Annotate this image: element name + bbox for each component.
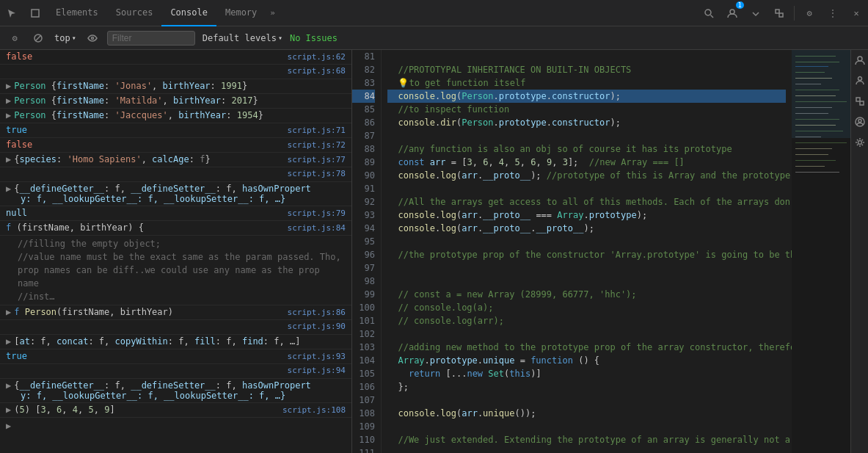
console-link[interactable]: script.js:94	[288, 366, 346, 375]
list-item: false script.js:62	[0, 50, 351, 65]
person-icon[interactable]	[853, 53, 867, 68]
svg-rect-31	[792, 50, 850, 138]
code-line-85: //to inspect function	[387, 103, 786, 116]
top-selector[interactable]: top ▾	[50, 32, 81, 45]
console-link[interactable]: script.js:86	[288, 308, 346, 317]
expand-arrow[interactable]: ▶	[6, 81, 11, 91]
code-content[interactable]: //PROTOTYPAL INHERITANCE ON BUILT-IN OBJ…	[382, 50, 792, 453]
line-num-108: 108	[352, 407, 375, 420]
console-bottom-arrow[interactable]: ▶	[0, 418, 351, 434]
console-settings-icon[interactable]: ⚙	[4, 28, 25, 48]
person-outline-icon[interactable]	[853, 73, 867, 88]
arrow-right-icon: ▶	[6, 421, 11, 431]
list-item: script.js:68	[0, 65, 351, 79]
console-link[interactable]: script.js:68	[288, 66, 346, 76]
expand-arrow[interactable]: ▶	[6, 380, 11, 391]
line-num-107: 107	[352, 394, 375, 407]
list-item: null script.js:79	[0, 206, 351, 221]
console-link[interactable]: script.js:78	[288, 169, 346, 178]
line-num-111: 111	[352, 446, 375, 453]
console-link[interactable]: script.js:108	[282, 405, 346, 415]
svg-rect-28	[795, 160, 836, 161]
levels-selector[interactable]: Default levels ▾	[198, 32, 287, 45]
cursor-icon[interactable]	[1, 3, 22, 23]
console-value: Person {firstName: 'Jaccques', birthYear…	[14, 110, 346, 120]
tab-console[interactable]: Console	[161, 0, 216, 26]
svg-rect-27	[795, 154, 828, 155]
svg-rect-26	[795, 148, 832, 149]
code-line-106: };	[387, 380, 786, 394]
code-line-96: //the prototype prop of the constructor …	[387, 248, 786, 261]
console-value: [at: f, concat: f, copyWithin: f, fill: …	[14, 336, 346, 347]
console-continuation: y: f, __lookupGetter__: f, __lookupSette…	[6, 194, 346, 204]
search-icon[interactable]	[699, 3, 719, 23]
console-link[interactable]: script.js:77	[288, 155, 346, 164]
line-num-101: 101	[352, 314, 375, 327]
settings-icon[interactable]: ⚙	[799, 3, 820, 23]
person-badge-icon[interactable]: 1	[722, 3, 743, 23]
code-line-100: // console.log(a);	[387, 301, 786, 314]
line-num-99: 99	[352, 288, 375, 301]
line-num-95: 95	[352, 235, 375, 248]
console-value: f Person(firstName, birthYear)	[14, 307, 281, 317]
code-line-89: const arr = [3, 6, 4, 5, 6, 9, 3]; //new…	[387, 156, 786, 169]
console-link[interactable]: script.js:90	[288, 322, 346, 331]
more-options-icon[interactable]: ⋮	[823, 3, 843, 23]
code-line-101: // console.log(arr);	[387, 314, 786, 327]
svg-point-38	[858, 141, 861, 145]
gear-icon[interactable]	[853, 135, 867, 150]
close-icon[interactable]: ✕	[846, 3, 867, 23]
layers-icon[interactable]	[769, 3, 789, 23]
console-link[interactable]: script.js:93	[288, 352, 346, 361]
console-link[interactable]: script.js:62	[288, 52, 346, 62]
expand-arrow[interactable]: ▶	[6, 336, 11, 347]
arrow-icon[interactable]	[745, 3, 766, 23]
line-num-86: 86	[352, 116, 375, 129]
list-item: script.js:94	[0, 364, 351, 379]
eye-icon[interactable]	[82, 28, 103, 48]
expand-arrow[interactable]: ▶	[6, 95, 11, 106]
list-item: ▶ [at: f, concat: f, copyWithin: f, fill…	[0, 335, 351, 349]
svg-point-33	[858, 77, 861, 81]
console-link[interactable]: script.js:84	[288, 223, 346, 233]
svg-rect-5	[779, 13, 783, 17]
expand-arrow[interactable]: ▶	[6, 405, 11, 415]
tab-elements[interactable]: Elements	[47, 0, 107, 26]
code-line-90: console.log(arr.__proto__); //prototype …	[387, 169, 786, 182]
code-line-103: //adding new method to the prototype pro…	[387, 341, 786, 354]
expand-arrow[interactable]: ▶	[6, 154, 11, 164]
tab-memory[interactable]: Memory	[216, 0, 266, 26]
block-icon[interactable]	[28, 28, 48, 48]
expand-arrow[interactable]: ▶	[6, 307, 11, 317]
line-num-84: 84	[352, 90, 375, 103]
list-item: script.js:90	[0, 320, 351, 335]
console-panel: false script.js:62 script.js:68 ▶ Person…	[0, 50, 352, 453]
console-link[interactable]: script.js:79	[288, 209, 346, 218]
console-link[interactable]: script.js:71	[288, 126, 346, 135]
person-circle-icon[interactable]	[853, 115, 867, 129]
layers-icon[interactable]	[853, 94, 867, 109]
code-line-91	[387, 182, 786, 195]
expand-arrow[interactable]: ▶	[6, 110, 11, 120]
filter-input[interactable]	[107, 31, 195, 46]
main-content: false script.js:62 script.js:68 ▶ Person…	[0, 50, 868, 453]
console-value: null	[6, 208, 282, 218]
console-scroll-area[interactable]: false script.js:62 script.js:68 ▶ Person…	[0, 50, 351, 453]
svg-rect-30	[795, 172, 839, 173]
box-icon[interactable]	[25, 3, 45, 23]
code-line-111	[387, 446, 786, 453]
console-value: (5) [3, 6, 4, 5, 9]	[14, 405, 277, 415]
svg-point-37	[858, 120, 861, 123]
more-tabs-button[interactable]: »	[266, 8, 280, 18]
console-link[interactable]: script.js:72	[288, 140, 346, 150]
console-value: Person {firstName: 'Jonas', birthYear: 1…	[14, 81, 346, 91]
list-item: ▶ {__defineGetter__: f, __defineSetter__…	[0, 182, 351, 206]
line-num-103: 103	[352, 341, 375, 354]
code-line-99: // const a = new Array (28999, 66777, 'h…	[387, 288, 786, 301]
list-item: ▶ {__defineGetter__: f, __defineSetter__…	[0, 379, 351, 403]
tab-sources[interactable]: Sources	[107, 0, 162, 26]
expand-arrow[interactable]: ▶	[6, 184, 11, 194]
line-num-106: 106	[352, 380, 375, 394]
list-item: ▶ f Person(firstName, birthYear) script.…	[0, 305, 351, 320]
no-issues-label: No Issues	[290, 33, 338, 43]
